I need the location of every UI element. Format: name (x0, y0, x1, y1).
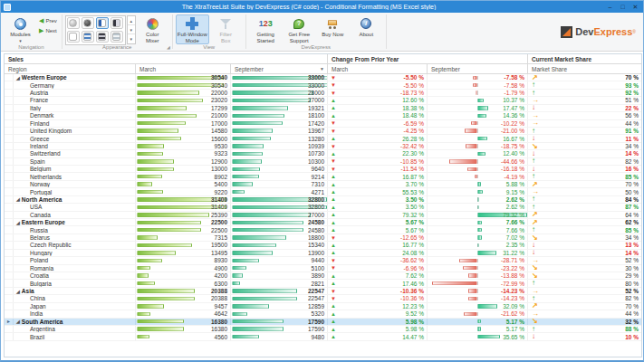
change-september-cell[interactable]: -7.58 % (428, 74, 528, 81)
sales-march-cell[interactable]: 8902 (136, 173, 231, 179)
change-march-cell[interactable]: ▲16.77 % (328, 242, 428, 248)
tree-row[interactable]: Norway54007310▲3.70 %5.88 %↗70 % (5, 181, 641, 188)
sales-september-cell[interactable]: 2821 (231, 280, 328, 286)
gallery-down-button[interactable]: ▾ (128, 25, 135, 34)
market-share-cell[interactable]: ↑85 % (528, 173, 641, 179)
tree-row[interactable]: ◢Asia2038822547▼-10.36 %-14.23 %→52 % (5, 288, 641, 295)
tree-row[interactable]: Canada2539027000▲79.32 %79.32 %↗64 % (5, 212, 641, 219)
sales-march-cell[interactable]: 7315 (136, 234, 231, 241)
sales-march-cell[interactable]: 9323 (136, 150, 231, 157)
market-share-cell[interactable]: ↑91 % (528, 128, 641, 134)
change-march-cell[interactable]: ▲5.67 % (328, 219, 428, 225)
column-header-region[interactable]: Region (5, 64, 136, 73)
sales-march-cell[interactable]: 23020 (136, 97, 231, 103)
region-cell[interactable]: Canada (14, 212, 136, 218)
tree-row[interactable]: Russia2250024580▲5.67 %7.66 %↑85 % (5, 226, 641, 233)
region-cell[interactable]: Ireland (14, 143, 136, 149)
dialog-launcher-icon[interactable]: ◢ (167, 44, 170, 50)
tree-row[interactable]: China2038822547▼-10.36 %-14.23 %↑82 % (5, 295, 641, 302)
tree-row[interactable]: Belarus731518800▼-12.65 %7.02 %↘34 % (5, 234, 641, 242)
sales-september-cell[interactable]: 9640 (231, 166, 328, 172)
market-share-cell[interactable]: ↗70 % (528, 181, 641, 187)
sales-september-cell[interactable]: 9214 (231, 173, 328, 179)
tree-row[interactable]: Hungary1349513900▲24.08 %31.22 %↓14 % (5, 250, 641, 257)
expand-icon[interactable]: ◢ (16, 289, 20, 294)
change-september-cell[interactable]: -1.79 % (428, 90, 528, 96)
gallery-dropdown-button[interactable]: ▾ (128, 34, 135, 43)
tree-row[interactable]: France2302027000▲12.60 %10.37 %→51 % (5, 97, 641, 104)
sales-september-cell[interactable]: 17590 (231, 319, 328, 325)
market-share-cell[interactable]: ↓10 % (528, 333, 641, 339)
market-share-cell[interactable]: →56 % (528, 112, 641, 119)
tree-row[interactable]: Portugal92204271▲55.53 %9.15 %→50 % (5, 188, 641, 195)
change-march-cell[interactable]: ▲18.38 % (328, 105, 428, 111)
market-share-cell[interactable]: ↑82 % (528, 295, 641, 301)
region-cell[interactable]: Hungary (14, 250, 136, 256)
change-march-cell[interactable]: ▲7.62 % (328, 272, 428, 279)
change-march-cell[interactable]: ▲12.23 % (328, 303, 428, 310)
sales-september-cell[interactable]: 18100 (231, 112, 328, 119)
column-header-march[interactable]: March (136, 64, 231, 73)
sales-march-cell[interactable]: 13000 (136, 166, 231, 172)
skin-thumb[interactable] (67, 31, 80, 43)
sales-september-cell[interactable]: 5100 (231, 265, 328, 272)
change-september-cell[interactable]: 79.32 % (428, 212, 528, 218)
market-share-cell[interactable]: ↗62 % (528, 219, 641, 225)
market-share-cell[interactable]: ↘34 % (528, 143, 641, 149)
market-share-cell[interactable]: ↑87 % (528, 204, 641, 210)
column-header-market-share[interactable]: Market Share (528, 64, 641, 73)
change-march-cell[interactable]: ▲26.28 % (328, 135, 428, 141)
market-share-cell[interactable]: ↗70 % (528, 303, 641, 310)
change-march-cell[interactable]: ▲3.70 % (328, 181, 428, 187)
sales-march-cell[interactable]: 6300 (136, 280, 231, 286)
change-september-cell[interactable]: 5.88 % (428, 181, 528, 187)
sales-september-cell[interactable]: 3890 (231, 272, 328, 279)
region-cell[interactable]: Finland (14, 120, 136, 127)
sales-september-cell[interactable]: 28000 (231, 90, 328, 96)
tree-row[interactable]: Austria2200028000▼-18.73 %-1.79 %↑92 % (5, 90, 641, 97)
market-share-cell[interactable]: ↑93 % (528, 81, 641, 88)
sales-september-cell[interactable]: 4271 (231, 188, 328, 195)
sales-september-cell[interactable]: 32800 (231, 204, 328, 210)
region-cell[interactable]: ◢Western Europe (14, 74, 136, 81)
sales-september-cell[interactable]: 13280 (231, 135, 328, 141)
region-cell[interactable]: Spain (14, 158, 136, 165)
change-march-cell[interactable]: ▲22.30 % (328, 150, 428, 157)
change-september-cell[interactable]: 31.22 % (428, 250, 528, 256)
tree-row[interactable]: ►◢South America1638017590▲5.98 %5.17 %↘3… (5, 319, 641, 326)
market-share-cell[interactable]: ↘34 % (528, 234, 641, 241)
skin-thumb[interactable] (82, 31, 94, 43)
sales-september-cell[interactable]: 19321 (231, 105, 328, 111)
change-march-cell[interactable]: ▼-6.59 % (328, 120, 428, 127)
sales-march-cell[interactable]: 15600 (136, 135, 231, 141)
sales-september-cell[interactable]: 9480 (231, 333, 328, 339)
market-share-cell[interactable]: ↑85 % (528, 226, 641, 233)
modules-button[interactable]: Modules ▾ (4, 14, 37, 44)
skin-thumb[interactable] (82, 17, 94, 29)
market-share-cell[interactable]: ↑84 % (528, 196, 641, 203)
next-button[interactable]: ▶ Next (39, 27, 57, 33)
sales-march-cell[interactable]: 8930 (136, 257, 231, 263)
change-march-cell[interactable]: ▲5.98 % (328, 319, 428, 325)
sales-march-cell[interactable]: 20388 (136, 288, 231, 294)
sales-september-cell[interactable]: 15340 (231, 242, 328, 248)
sales-march-cell[interactable]: 13495 (136, 250, 231, 256)
market-share-cell[interactable]: ↑88 % (528, 326, 641, 332)
change-march-cell[interactable]: ▼-10.36 % (328, 295, 428, 301)
close-button[interactable]: ✕ (630, 2, 641, 12)
expand-icon[interactable]: ◢ (16, 196, 20, 202)
market-share-cell[interactable]: ↓14 % (528, 150, 641, 157)
tree-row[interactable]: Poland89309440▼-36.62 %-28.71 %→52 % (5, 257, 641, 264)
market-share-cell[interactable]: ↑92 % (528, 90, 641, 96)
change-september-cell[interactable]: 2.62 % (428, 196, 528, 203)
skin-thumb[interactable] (67, 17, 80, 29)
sales-march-cell[interactable]: 19500 (136, 242, 231, 248)
tree-row[interactable]: Finland1700017420▼-6.59 %-10.22 %→44 % (5, 120, 641, 128)
sales-march-cell[interactable]: 22000 (136, 90, 231, 96)
change-september-cell[interactable]: -14.23 % (428, 295, 528, 301)
get-free-support-button[interactable]: ? Get Free Support (283, 14, 316, 44)
tree-row[interactable]: Netherlands89029214▲16.87 %-4.19 %↑85 % (5, 173, 641, 180)
region-cell[interactable]: Norway (14, 181, 136, 187)
expand-icon[interactable]: ◢ (16, 75, 20, 81)
region-cell[interactable]: USA (14, 204, 136, 210)
